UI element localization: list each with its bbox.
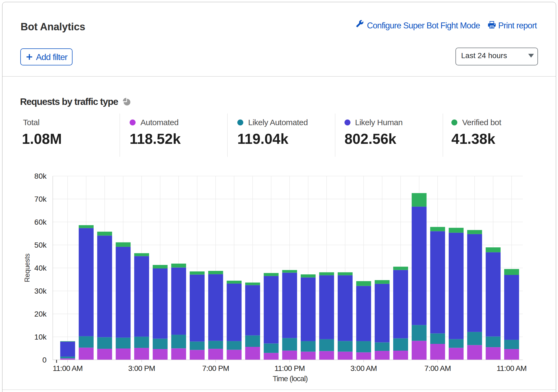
svg-text:70k: 70k — [34, 195, 47, 203]
svg-text:60k: 60k — [34, 218, 47, 226]
svg-text:11:00 PM: 11:00 PM — [274, 364, 305, 373]
svg-text:10k: 10k — [34, 333, 47, 341]
svg-text:80k: 80k — [34, 172, 47, 180]
svg-text:Time (local): Time (local) — [273, 374, 308, 383]
svg-text:11:00 AM: 11:00 AM — [53, 364, 83, 373]
svg-text:20k: 20k — [34, 310, 47, 318]
svg-text:3:00 AM: 3:00 AM — [350, 364, 377, 373]
svg-text:11:00 AM: 11:00 AM — [497, 364, 527, 373]
svg-text:0: 0 — [42, 356, 47, 364]
svg-text:30k: 30k — [34, 287, 47, 295]
svg-text:3:00 PM: 3:00 PM — [128, 364, 155, 373]
svg-text:7:00 AM: 7:00 AM — [424, 364, 451, 373]
svg-text:50k: 50k — [34, 241, 47, 249]
svg-text:40k: 40k — [34, 264, 47, 272]
svg-text:Requests: Requests — [23, 254, 31, 282]
svg-text:7:00 PM: 7:00 PM — [202, 364, 229, 373]
